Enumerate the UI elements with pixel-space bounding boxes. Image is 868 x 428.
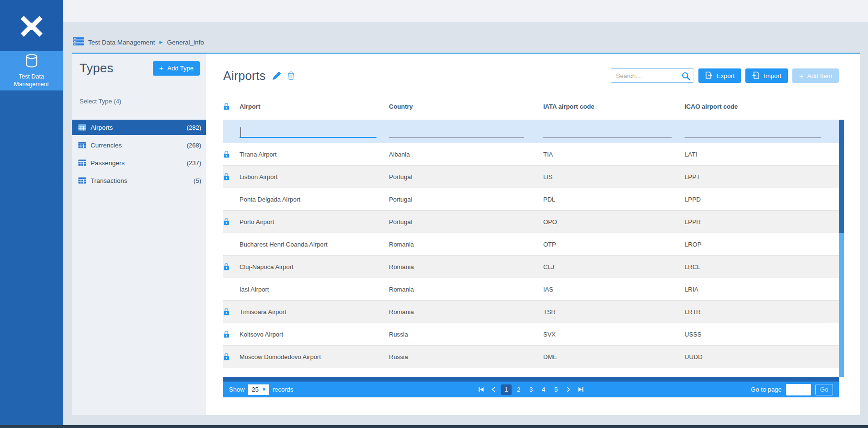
- cell-icao: LATI: [685, 151, 839, 158]
- cell-country: Portugal: [389, 173, 543, 180]
- lock-icon: [223, 150, 240, 158]
- add-item-button[interactable]: + Add Item: [792, 68, 839, 83]
- cell-country: Portugal: [389, 218, 543, 225]
- cell-icao: LPPD: [685, 196, 839, 203]
- import-button[interactable]: Import: [745, 68, 788, 83]
- table-row[interactable]: Tirana AirportAlbaniaTIALATI: [223, 143, 839, 166]
- app-sidebar: Test Data Management: [0, 0, 63, 426]
- column-header-airport[interactable]: Airport: [240, 103, 389, 110]
- cell-airport: Koltsovo Airport: [240, 331, 389, 338]
- table-grid-icon: [78, 124, 86, 131]
- table-row[interactable]: Bucharest Henri Coanda AirportRomaniaOTP…: [223, 233, 839, 256]
- table-row[interactable]: Cluj-Napoca AirportRomaniaCLJLRCL: [223, 256, 839, 278]
- filter-input-icao[interactable]: [685, 126, 821, 138]
- page-title: Airports: [223, 69, 266, 83]
- type-item-transactions[interactable]: Transactions(5): [72, 173, 206, 188]
- filter-input-iata[interactable]: [543, 126, 672, 138]
- prev-page-icon[interactable]: [489, 384, 499, 395]
- page-number-5[interactable]: 5: [551, 384, 561, 395]
- page-size-dropdown[interactable]: 25 ▼: [248, 384, 269, 395]
- database-icon: [25, 54, 38, 70]
- cell-airport: Ponta Delgada Airport: [240, 196, 389, 203]
- tricentis-x-icon: [18, 11, 45, 40]
- table-row[interactable]: Porto AirportPortugalOPOLPPR: [223, 211, 839, 233]
- lock-icon: [223, 173, 240, 180]
- breadcrumb-root[interactable]: Test Data Management: [88, 39, 155, 46]
- bottom-strip: [0, 425, 868, 428]
- page-number-3[interactable]: 3: [526, 384, 537, 395]
- table-row[interactable]: Koltsovo AirportRussiaSVXUSSS: [223, 323, 839, 346]
- cell-iata: CLJ: [543, 263, 685, 270]
- search-icon[interactable]: [682, 72, 690, 82]
- footer-divider: [223, 377, 839, 382]
- type-item-count: (5): [194, 177, 201, 184]
- type-item-count: (268): [187, 142, 201, 149]
- text-cursor: [240, 127, 241, 137]
- type-item-currencies[interactable]: Currencies(268): [72, 137, 206, 153]
- table-row[interactable]: Moscow Domodedovo AirportRussiaDMEUUDD: [223, 346, 839, 368]
- cell-icao: LROP: [685, 241, 839, 248]
- cell-country: Russia: [389, 353, 543, 360]
- cell-airport: Cluj-Napoca Airport: [240, 263, 389, 270]
- export-icon: [705, 71, 713, 80]
- type-item-label: Passengers: [91, 159, 125, 167]
- table-row[interactable]: Timisoara AirportRomaniaTSRLRTR: [223, 301, 839, 323]
- add-type-button[interactable]: + Add Type: [153, 61, 200, 76]
- app-logo[interactable]: [0, 0, 63, 51]
- delete-type-trash-icon[interactable]: [287, 71, 295, 80]
- content-panel: Types + Add Type Select Type (4) Airport…: [72, 53, 860, 415]
- goto-page-input[interactable]: [786, 384, 811, 395]
- column-header-country[interactable]: Country: [389, 103, 543, 110]
- plus-icon: +: [159, 65, 163, 72]
- table-row[interactable]: Ponta Delgada AirportPortugalPDLLPPD: [223, 188, 839, 211]
- export-button[interactable]: Export: [698, 68, 742, 83]
- cell-iata: OPO: [543, 218, 685, 225]
- breadcrumb-arrow-icon: ▶: [160, 40, 163, 45]
- cell-country: Romania: [389, 308, 543, 315]
- cell-airport: Timisoara Airport: [240, 308, 389, 315]
- type-item-label: Transactions: [91, 177, 127, 184]
- table-row[interactable]: Lisbon AirportPortugalLISLPPT: [223, 166, 839, 188]
- filter-input-airport[interactable]: [240, 126, 377, 138]
- cell-airport: Porto Airport: [240, 218, 389, 225]
- next-page-icon[interactable]: [563, 384, 574, 395]
- type-item-passengers[interactable]: Passengers(237): [72, 155, 206, 170]
- cell-country: Portugal: [389, 196, 543, 203]
- type-item-count: (282): [187, 124, 201, 131]
- types-list: Airports(282) Currencies(268) Passengers…: [72, 120, 206, 188]
- cell-icao: UUDD: [685, 353, 839, 360]
- breadcrumb-current[interactable]: General_info: [167, 39, 204, 46]
- vertical-scrollbar[interactable]: [839, 120, 844, 377]
- last-page-icon[interactable]: [576, 384, 586, 395]
- page-number-2[interactable]: 2: [514, 384, 524, 395]
- table-grid-icon: [78, 142, 86, 148]
- type-item-airports[interactable]: Airports(282): [72, 120, 206, 135]
- cell-icao: LRIA: [685, 286, 839, 293]
- edit-type-pencil-icon[interactable]: [272, 71, 281, 80]
- cell-iata: PDL: [543, 196, 685, 203]
- filter-input-country[interactable]: [389, 126, 524, 138]
- cell-country: Romania: [389, 263, 543, 270]
- table-body: Tirana AirportAlbaniaTIALATI Lisbon Airp…: [223, 143, 839, 368]
- column-header-icao[interactable]: ICAO airport code: [685, 103, 839, 110]
- table-grid-icon: [78, 159, 86, 166]
- cell-country: Romania: [389, 286, 543, 293]
- type-item-label: Currencies: [91, 142, 122, 149]
- top-strip: [0, 0, 868, 22]
- go-button[interactable]: Go: [815, 384, 833, 395]
- scrollbar-thumb[interactable]: [839, 120, 844, 233]
- import-icon: [752, 71, 760, 80]
- column-header-iata[interactable]: IATA airport code: [543, 103, 685, 110]
- table-row[interactable]: Iasi AirportRomaniaIASLRIA: [223, 278, 839, 301]
- cell-iata: DME: [543, 353, 685, 360]
- types-title: Types: [80, 61, 114, 76]
- cell-airport: Moscow Domodedovo Airport: [240, 353, 389, 360]
- first-page-icon[interactable]: [476, 384, 487, 395]
- sidebar-item-test-data-management[interactable]: Test Data Management: [0, 51, 63, 90]
- search-box: [611, 68, 694, 83]
- page-number-4[interactable]: 4: [538, 384, 549, 395]
- cell-icao: LPPR: [685, 218, 839, 225]
- page-number-1[interactable]: 1: [501, 384, 512, 395]
- cell-iata: OTP: [543, 241, 685, 248]
- cell-country: Russia: [389, 331, 543, 338]
